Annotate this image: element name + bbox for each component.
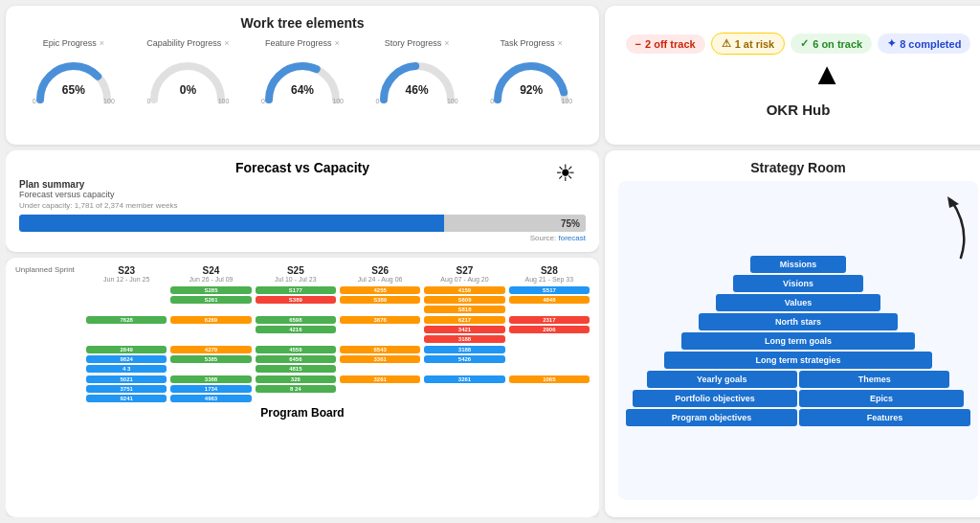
capability-progress-label: Capability Progress × xyxy=(146,38,229,48)
pyramid-levels: Missions Visions Values North stars Long… xyxy=(626,256,970,426)
ticket[interactable]: 3361 xyxy=(340,355,420,363)
forecast-progress-bar: 75% xyxy=(19,215,586,232)
epic-progress-label: Epic Progress × xyxy=(43,38,104,48)
ticket[interactable]: 3261 xyxy=(424,375,504,383)
ticket[interactable]: 4963 xyxy=(170,395,251,402)
forecast-desc: Forecast versus capacity xyxy=(19,190,586,199)
ticket[interactable]: 3751 xyxy=(86,385,167,393)
ticket[interactable]: 1734 xyxy=(170,385,251,393)
ticket[interactable]: 5385 xyxy=(170,355,251,363)
ticket[interactable]: 5426 xyxy=(424,355,504,363)
forecast-sub: Under capacity: 1,781 of 2,374 member we… xyxy=(19,201,586,210)
ticket[interactable]: S261 xyxy=(170,296,251,304)
ticket[interactable]: 4 3 xyxy=(86,365,167,373)
strategy-room-title: Strategy Room xyxy=(618,160,978,175)
ticket[interactable]: 2906 xyxy=(509,326,590,333)
capability-gauge: 0% 0 100 xyxy=(145,52,231,104)
ticket[interactable]: 3188 xyxy=(424,346,504,353)
plan-summary-label: Plan summary xyxy=(19,179,586,190)
ticket[interactable]: S389 xyxy=(256,296,336,304)
pyramid-yearly-goals: Yearly goals xyxy=(647,371,797,388)
ticket[interactable]: 4159 xyxy=(424,286,504,294)
ticket[interactable]: 4559 xyxy=(256,346,336,353)
pyramid-themes: Themes xyxy=(799,371,949,388)
cell-s26-r3: 6543 3361 xyxy=(340,346,420,373)
ticket[interactable]: 8 24 xyxy=(256,385,336,393)
cell-s27-r2: 6217 3421 3188 xyxy=(424,316,504,343)
cell-s23-r1 xyxy=(86,286,167,313)
pyramid-epics: Epics xyxy=(799,390,964,407)
epic-close-icon[interactable]: × xyxy=(100,38,104,48)
pyramid-portfolio-objectives: Portfolio objectives xyxy=(633,390,797,407)
program-board-card: Unplanned Sprint S23 Jun 12 - Jun 25 S24… xyxy=(6,258,599,517)
ticket[interactable]: 4255 xyxy=(340,286,420,294)
okr-hub-card: − 2 off track ⚠ 1 at risk ✓ 6 on track ✦… xyxy=(605,6,980,145)
on-track-badge[interactable]: ✓ 6 on track xyxy=(791,34,872,54)
story-progress-label: Story Progress × xyxy=(385,38,450,48)
pyramid-values: Values xyxy=(716,294,881,311)
cell-s25-r2: 6598 4216 xyxy=(256,316,336,343)
feature-close-icon[interactable]: × xyxy=(335,38,340,48)
cell-s24-r4: 3388 1734 4963 xyxy=(170,375,251,402)
forecast-fill xyxy=(19,215,444,232)
ticket[interactable]: 1065 xyxy=(509,375,590,383)
sprint-s24-header: S24 Jun 26 - Jul 09 xyxy=(170,265,251,283)
board-row-1: S285 S261 S177 S389 4255 S389 4159 S609 xyxy=(15,286,590,313)
story-close-icon[interactable]: × xyxy=(444,38,449,48)
ticket[interactable]: 3421 xyxy=(424,326,504,333)
ticket[interactable]: S517 xyxy=(509,286,590,294)
at-risk-badge[interactable]: ⚠ 1 at risk xyxy=(711,33,786,55)
ticket[interactable]: 9241 xyxy=(86,395,167,402)
warning-icon: ⚠ xyxy=(722,37,731,50)
ticket[interactable]: 4848 xyxy=(509,296,590,304)
ticket[interactable]: 6269 xyxy=(170,316,251,324)
ticket[interactable]: 6543 xyxy=(340,346,420,353)
cell-s28-r2: 2317 2906 xyxy=(509,316,590,343)
ticket[interactable]: 4216 xyxy=(256,326,336,333)
completed-badge[interactable]: ✦ 8 completed xyxy=(878,34,970,54)
ticket[interactable]: 4279 xyxy=(170,346,251,353)
forecast-link[interactable]: forecast xyxy=(559,234,586,242)
ticket[interactable]: 6598 xyxy=(256,316,336,324)
ticket[interactable]: 2649 xyxy=(86,346,167,353)
forecast-percent: 75% xyxy=(561,218,580,229)
cell-s27-r3: 3188 5426 xyxy=(424,346,504,373)
ticket[interactable]: 3876 xyxy=(340,316,420,324)
task-close-icon[interactable]: × xyxy=(558,38,563,48)
ticket[interactable]: S285 xyxy=(170,286,251,294)
ticket[interactable]: S177 xyxy=(256,286,336,294)
ticket[interactable]: 4815 xyxy=(256,365,336,373)
ticket[interactable]: 3188 xyxy=(424,335,504,343)
cell-s27-r4: 3261 xyxy=(424,375,504,402)
sprint-cells-row2: 7628 6269 6598 4216 3876 6217 3421 xyxy=(86,316,590,343)
ticket[interactable]: 9824 xyxy=(86,355,167,363)
pyramid-program-objectives: Program objectives xyxy=(626,409,797,426)
capability-close-icon[interactable]: × xyxy=(224,38,229,48)
ticket[interactable]: S389 xyxy=(340,296,420,304)
board-header: Unplanned Sprint S23 Jun 12 - Jun 25 S24… xyxy=(15,265,590,283)
pyramid-visions: Visions xyxy=(733,275,864,292)
board-row-4: 5021 3751 9241 3388 1734 4963 326 8 24 xyxy=(15,375,590,402)
ticket[interactable]: 3261 xyxy=(340,375,420,383)
capability-progress-item: Capability Progress × 0% 0 100 xyxy=(134,38,243,104)
ticket[interactable]: 3388 xyxy=(170,375,251,383)
ticket[interactable]: S818 xyxy=(424,306,504,313)
ticket[interactable]: 5021 xyxy=(86,375,167,383)
ticket[interactable]: 6456 xyxy=(256,355,336,363)
cell-s23-r2: 7628 xyxy=(86,316,167,343)
off-track-badge[interactable]: − 2 off track xyxy=(626,34,705,54)
cell-s24-r1: S285 S261 xyxy=(170,286,251,313)
sprint-s27-header: S27 Aug 07 - Aug 20 xyxy=(424,265,504,283)
cell-s24-r3: 4279 5385 xyxy=(170,346,251,373)
ticket[interactable]: 7628 xyxy=(86,316,167,324)
epic-gauge: 65% 0 100 xyxy=(31,52,117,104)
ticket[interactable]: S609 xyxy=(424,296,504,304)
ticket[interactable]: 2317 xyxy=(509,316,590,324)
forecast-track: 75% xyxy=(19,215,586,232)
work-tree-title: Work tree elements xyxy=(19,15,586,31)
pyramid-longterm-goals: Long term goals xyxy=(681,332,916,350)
cell-s28-r1: S517 4848 xyxy=(509,286,590,313)
ticket[interactable]: 6217 xyxy=(424,316,504,324)
ticket[interactable]: 326 xyxy=(256,375,336,383)
feature-gauge: 64% 0 100 xyxy=(259,52,345,104)
